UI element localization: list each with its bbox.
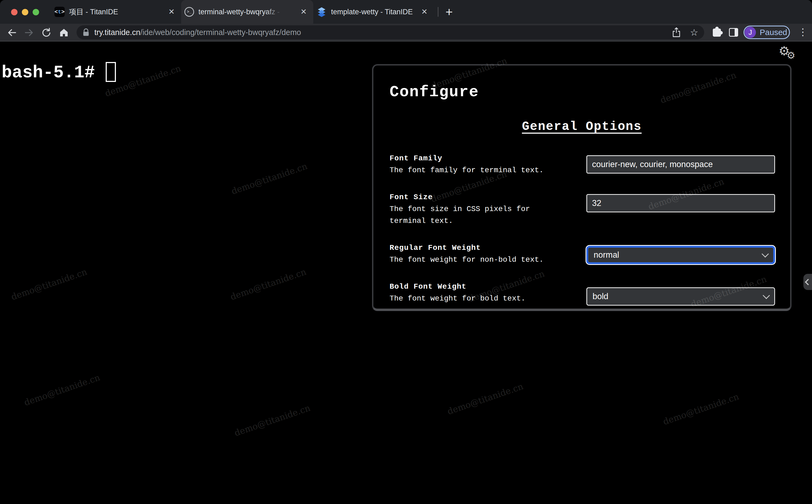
home-icon[interactable] xyxy=(58,27,70,38)
terminal-prompt: bash-5.1# xyxy=(2,63,95,82)
field-label: Bold Font Weight xyxy=(390,281,576,293)
tab-title: terminal-wetty-bwqryafz - Tita xyxy=(198,8,285,16)
share-icon[interactable] xyxy=(672,27,681,37)
extensions-icon[interactable] xyxy=(713,29,721,37)
regular-font-weight-select[interactable]: normal xyxy=(586,246,775,264)
tab-template-wetty[interactable]: template-wetty - TitanIDE ✕ xyxy=(313,0,434,24)
tab-close-icon[interactable]: ✕ xyxy=(167,8,176,16)
field-label: Font Family xyxy=(390,153,576,164)
config-row-bold-font-weight: Bold Font Weight The font weight for bol… xyxy=(390,281,775,306)
avatar: J xyxy=(745,27,756,38)
field-description: The font size in CSS pixels for terminal… xyxy=(390,203,567,227)
watermark-text: demo@titanide.cn xyxy=(229,267,307,302)
layers-favicon xyxy=(316,7,327,17)
reload-icon[interactable] xyxy=(40,27,52,38)
font-family-input[interactable] xyxy=(586,155,775,174)
bold-font-weight-select[interactable]: bold xyxy=(586,287,775,306)
watermark-text: demo@titanide.cn xyxy=(23,372,101,408)
macos-close-button[interactable] xyxy=(11,9,18,15)
url-text: try.titanide.cn/ide/web/coding/terminal-… xyxy=(94,28,301,37)
watermark-text: demo@titanide.cn xyxy=(662,391,740,427)
field-label: Font Size xyxy=(390,191,576,203)
field-description: The font weight for bold text. xyxy=(390,293,567,305)
watermark-text: demo@titanide.cn xyxy=(230,161,308,196)
profile-button[interactable]: J Paused xyxy=(744,26,790,39)
tab-project-titanide[interactable]: <t> 项目 - TitanIDE ✕ xyxy=(51,0,181,24)
titanide-code-favicon: <t> xyxy=(54,7,65,17)
lock-icon xyxy=(82,28,90,36)
browser-toolbar: try.titanide.cn/ide/web/coding/terminal-… xyxy=(0,24,812,42)
address-bar[interactable]: try.titanide.cn/ide/web/coding/terminal-… xyxy=(77,25,704,39)
sync-paused-label: Paused xyxy=(760,28,787,37)
tab-title: 项目 - TitanIDE xyxy=(69,7,118,17)
chevron-down-icon xyxy=(762,250,769,257)
tab-divider xyxy=(438,7,438,17)
macos-minimize-button[interactable] xyxy=(22,9,28,15)
browser-window: { "browser": { "tabs": [ {"title": "项目 -… xyxy=(0,0,812,504)
forward-icon[interactable] xyxy=(23,27,35,38)
terminal-favicon: >_ xyxy=(184,7,194,17)
field-description: The font family for terminal text. xyxy=(390,164,567,176)
back-icon[interactable] xyxy=(6,27,18,38)
terminal-cursor[interactable] xyxy=(106,62,116,82)
collapse-panel-handle[interactable] xyxy=(803,274,812,290)
panel-title: Configure xyxy=(390,83,790,101)
watermark-text: demo@titanide.cn xyxy=(10,267,88,302)
url-host: try.titanide.cn xyxy=(94,28,140,37)
menu-dots-icon[interactable]: ⋮ xyxy=(798,26,808,38)
tab-title: template-wetty - TitanIDE xyxy=(331,8,413,16)
tab-terminal-wetty-active[interactable]: >_ terminal-wetty-bwqryafz - Tita ✕ xyxy=(181,0,313,24)
watermark-text: demo@titanide.cn xyxy=(446,381,524,417)
settings-gear-icon[interactable]: ⚙ ⚙ xyxy=(779,45,800,61)
bookmark-star-icon[interactable]: ☆ xyxy=(690,28,698,37)
font-size-input[interactable] xyxy=(586,194,775,212)
tab-strip: <t> 项目 - TitanIDE ✕ >_ terminal-wetty-bw… xyxy=(0,0,812,24)
configure-panel: Configure General Options Font Family Th… xyxy=(372,64,792,311)
terminal-page: bash-5.1# ⚙ ⚙ Configure General Options … xyxy=(0,42,812,504)
new-tab-button[interactable]: + xyxy=(442,0,456,24)
url-path: /ide/web/coding/terminal-wetty-bwqryafz/… xyxy=(140,28,301,37)
chevron-down-icon xyxy=(763,292,770,299)
field-description: The font weight for non-bold text. xyxy=(390,254,567,266)
watermark-text: demo@titanide.cn xyxy=(233,403,311,438)
field-label: Regular Font Weight xyxy=(390,242,576,254)
tab-close-icon[interactable]: ✕ xyxy=(420,8,429,16)
section-heading: General Options xyxy=(373,120,790,134)
tab-close-icon[interactable]: ✕ xyxy=(299,8,308,16)
config-row-regular-font-weight: Regular Font Weight The font weight for … xyxy=(390,242,775,266)
config-row-font-family: Font Family The font family for terminal… xyxy=(390,153,775,176)
config-row-font-size: Font Size The font size in CSS pixels fo… xyxy=(390,191,775,227)
side-panel-icon[interactable] xyxy=(729,28,738,37)
chevron-left-icon xyxy=(805,279,811,285)
macos-zoom-button[interactable] xyxy=(33,9,39,15)
